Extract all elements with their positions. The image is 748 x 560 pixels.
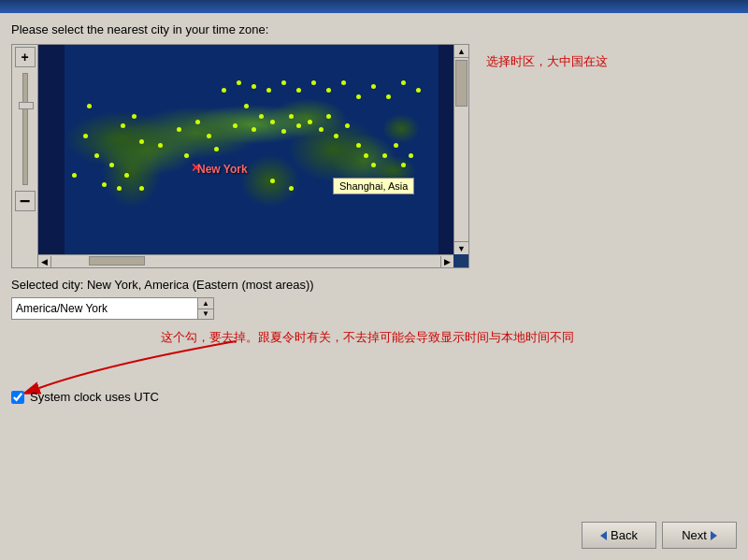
city-dot [308, 120, 312, 124]
next-button[interactable]: Next [662, 522, 737, 549]
zoom-slider[interactable] [22, 73, 28, 185]
city-dot [83, 134, 88, 138]
city-dot [270, 120, 275, 124]
back-icon [600, 531, 607, 540]
zoom-in-button[interactable]: + [15, 47, 36, 67]
scroll-right-button[interactable]: ▶ [440, 256, 453, 267]
zoom-controls: + − [12, 45, 38, 268]
city-dot [222, 88, 226, 93]
timezone-spinner: ▲ ▼ [198, 297, 214, 320]
city-dot [102, 182, 107, 187]
city-dot [94, 153, 99, 158]
city-dot [252, 127, 256, 132]
next-icon [711, 531, 717, 540]
city-dot [281, 129, 286, 134]
utc-checkbox[interactable] [11, 391, 24, 404]
checkbox-section: System clock uses UTC [11, 390, 159, 404]
city-dot [237, 80, 241, 85]
city-dot [341, 80, 346, 85]
city-dot [132, 114, 137, 119]
vertical-scrollbar[interactable]: ▲ ▼ [453, 45, 468, 254]
city-dot [177, 127, 181, 132]
city-dot [296, 88, 301, 93]
horizontal-scrollbar[interactable]: ◀ ▶ [38, 254, 453, 267]
city-dot [409, 153, 413, 158]
bottom-buttons: Back Next [582, 522, 737, 549]
utc-annotation: 这个勾，要去掉。跟夏令时有关，不去掉可能会导致显示时间与本地时间不同 [161, 329, 574, 346]
zoom-slider-thumb [19, 102, 34, 109]
scroll-left-button[interactable]: ◀ [38, 256, 51, 267]
main-content: Please select the nearest city in your t… [0, 13, 748, 413]
city-dot [158, 143, 163, 148]
city-dot [386, 94, 391, 99]
city-dot [326, 114, 331, 119]
newyork-label: New York [197, 163, 248, 176]
city-dot [244, 104, 249, 108]
zoom-out-button[interactable]: − [15, 191, 36, 211]
city-dot [281, 80, 286, 85]
city-dot [139, 139, 144, 144]
map-container: + − ✕ New York Shanghai, Asia [11, 44, 737, 268]
city-dot [195, 120, 200, 124]
scroll-up-button[interactable]: ▲ [454, 45, 468, 58]
city-dot [139, 186, 144, 191]
world-map[interactable]: + − ✕ New York Shanghai, Asia [11, 44, 469, 268]
city-dot [289, 114, 294, 119]
city-dot [382, 153, 387, 158]
selected-city-label: Selected city: New York, America (Easter… [11, 278, 737, 292]
top-banner [0, 0, 748, 13]
utc-section: 这个勾，要去掉。跟夏令时有关，不去掉可能会导致显示时间与本地时间不同 Syste… [11, 329, 737, 404]
city-dot [270, 179, 275, 183]
vscroll-thumb[interactable] [455, 60, 468, 107]
city-dot [117, 186, 122, 191]
city-dot [364, 153, 368, 158]
back-button[interactable]: Back [582, 522, 656, 549]
shanghai-tooltip: Shanghai, Asia [333, 178, 414, 194]
map-background: ✕ New York Shanghai, Asia [38, 45, 453, 254]
city-dot [266, 88, 271, 93]
city-dot [334, 134, 338, 138]
city-dot [109, 163, 114, 167]
back-label: Back [611, 528, 638, 542]
city-dot [233, 123, 237, 128]
selected-city-section: Selected city: New York, America (Easter… [11, 278, 737, 320]
city-dots-layer [65, 45, 439, 241]
city-dot [289, 186, 294, 191]
city-dot [356, 143, 361, 148]
city-dot [207, 134, 211, 138]
timezone-selector: ▲ ▼ [11, 297, 737, 320]
timezone-up-button[interactable]: ▲ [198, 298, 213, 309]
utc-label: System clock uses UTC [30, 390, 159, 404]
city-dot [124, 173, 129, 178]
city-dot [252, 84, 256, 89]
city-dot [184, 153, 189, 158]
next-label: Next [682, 528, 707, 542]
scroll-down-button[interactable]: ▼ [454, 241, 468, 254]
city-dot [259, 114, 264, 119]
city-dot [311, 80, 316, 85]
city-dot [296, 123, 301, 128]
city-dot [401, 80, 406, 85]
instruction-label: Please select the nearest city in your t… [11, 22, 737, 36]
city-dot [121, 123, 125, 128]
city-dot [416, 88, 421, 93]
city-dot [72, 173, 77, 178]
city-dot [326, 88, 331, 93]
city-dot [401, 163, 406, 167]
map-annotation: 选择时区，大中国在这 [486, 44, 608, 70]
city-dot [371, 163, 376, 167]
city-dot [394, 143, 398, 148]
timezone-input[interactable] [11, 297, 198, 320]
city-dot [356, 94, 361, 99]
city-dot [214, 147, 219, 151]
city-dot [371, 84, 376, 89]
timezone-down-button[interactable]: ▼ [198, 309, 213, 320]
city-dot [319, 127, 324, 132]
hscroll-thumb[interactable] [89, 256, 145, 266]
city-dot [87, 104, 92, 108]
city-dot [345, 123, 350, 128]
